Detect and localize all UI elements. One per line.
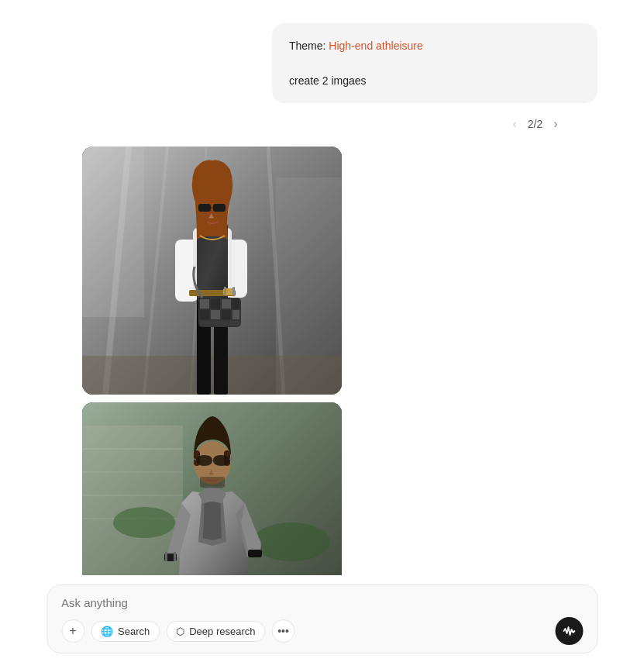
chevron-right-icon: › <box>553 117 557 131</box>
pagination-next-button[interactable]: › <box>549 116 562 133</box>
globe-icon: 🌐 <box>101 626 113 637</box>
svg-rect-51 <box>200 477 225 488</box>
svg-rect-20 <box>232 299 239 309</box>
svg-rect-5 <box>82 147 144 317</box>
svg-rect-28 <box>213 204 226 212</box>
svg-line-54 <box>229 459 232 460</box>
audio-wave-icon <box>562 624 576 638</box>
input-bar-wrapper: + 🌐 Search ⬡ Deep research ••• <box>0 575 644 669</box>
svg-rect-47 <box>174 552 176 561</box>
chevron-left-icon: ‹ <box>512 117 516 131</box>
deep-research-button[interactable]: ⬡ Deep research <box>166 621 265 642</box>
theme-label: Theme: <box>289 40 325 52</box>
ellipsis-icon: ••• <box>277 625 289 637</box>
fashion-image-1 <box>82 147 342 395</box>
input-left-actions: + 🌐 Search ⬡ Deep research ••• <box>61 619 294 643</box>
svg-rect-23 <box>222 310 231 319</box>
input-actions-row: + 🌐 Search ⬡ Deep research ••• <box>61 617 583 645</box>
message-text: Theme: High-end athleisure create 2 imga… <box>289 37 580 89</box>
input-bar: + 🌐 Search ⬡ Deep research ••• <box>46 585 598 653</box>
add-button[interactable]: + <box>61 619 84 643</box>
search-label: Search <box>118 626 150 637</box>
svg-point-41 <box>253 522 330 561</box>
main-container: Theme: High-end athleisure create 2 imga… <box>0 0 644 669</box>
svg-rect-44 <box>248 550 262 557</box>
message-command: create 2 imgaes <box>289 74 367 87</box>
svg-rect-18 <box>211 299 220 309</box>
pagination-row: ‹ 2/2 › <box>82 116 563 133</box>
plus-icon: + <box>69 624 76 638</box>
svg-rect-32 <box>232 287 235 295</box>
research-icon: ⬡ <box>176 626 184 637</box>
svg-rect-31 <box>224 287 226 295</box>
pagination-text: 2/2 <box>528 118 542 130</box>
pagination-prev-button[interactable]: ‹ <box>508 116 521 133</box>
svg-rect-27 <box>198 204 211 212</box>
message-bubble: Theme: High-end athleisure create 2 imga… <box>272 23 598 103</box>
svg-rect-25 <box>200 321 239 326</box>
svg-rect-22 <box>211 310 220 319</box>
theme-value: High-end athleisure <box>329 40 422 52</box>
svg-rect-46 <box>165 552 167 561</box>
content-area: Theme: High-end athleisure create 2 imga… <box>0 0 644 669</box>
svg-rect-19 <box>222 299 231 309</box>
search-button[interactable]: 🌐 Search <box>91 621 160 642</box>
submit-button[interactable] <box>555 617 583 645</box>
deep-research-label: Deep research <box>189 626 255 637</box>
svg-point-40 <box>113 507 175 538</box>
more-options-button[interactable]: ••• <box>271 619 294 643</box>
svg-rect-24 <box>232 310 239 319</box>
svg-rect-17 <box>200 299 209 309</box>
svg-rect-7 <box>82 356 342 395</box>
svg-rect-21 <box>200 310 209 319</box>
svg-line-53 <box>194 459 196 460</box>
chat-input[interactable] <box>61 596 583 609</box>
